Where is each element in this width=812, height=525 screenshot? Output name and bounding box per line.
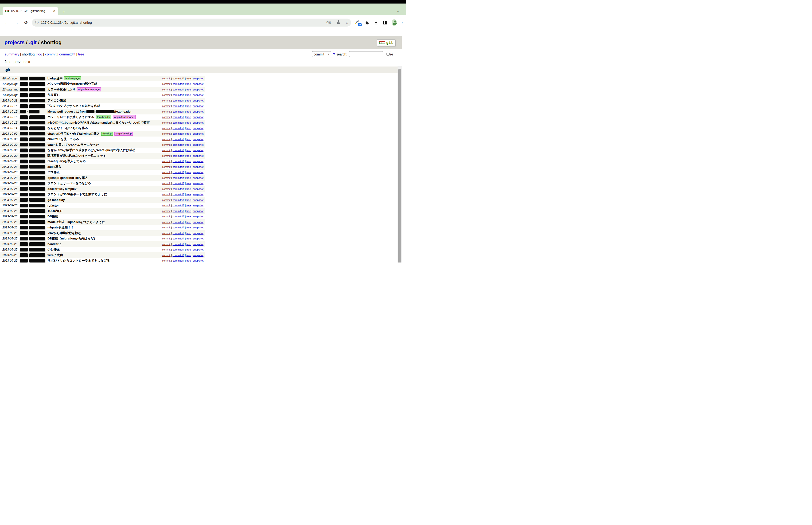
row-link-commitdiff[interactable]: commitdiff (172, 237, 184, 240)
row-link-commit[interactable]: commit (162, 243, 170, 245)
row-link-commitdiff[interactable]: commitdiff (172, 93, 184, 96)
commit-message[interactable]: 下の方のタブとサムネイル以外を作成 (47, 104, 162, 108)
commit-message[interactable]: axios導入 (47, 165, 162, 169)
row-link-commitdiff[interactable]: commitdiff (172, 116, 184, 118)
branch-head-tag[interactable]: develop (101, 132, 113, 136)
row-link-tree[interactable]: tree (186, 237, 191, 240)
row-link-snapshot[interactable]: snapshot (193, 232, 203, 235)
row-link-tree[interactable]: tree (186, 243, 191, 245)
git-logo-button[interactable]: git (377, 40, 395, 46)
row-link-snapshot[interactable]: snapshot (193, 248, 203, 251)
regex-checkbox[interactable] (386, 52, 389, 56)
commit-message[interactable]: models生成、sqlboilerをつかえるように (47, 220, 162, 224)
row-link-commit[interactable]: commit (162, 259, 170, 262)
browser-menu-icon[interactable]: ⋮ (400, 20, 404, 25)
commit-message[interactable]: 作り直し (47, 93, 162, 97)
row-link-commitdiff[interactable]: commitdiff (172, 138, 184, 140)
row-link-tree[interactable]: tree (186, 149, 191, 152)
row-link-snapshot[interactable]: snapshot (193, 165, 203, 168)
row-link-tree[interactable]: tree (186, 232, 191, 235)
row-link-tree[interactable]: tree (186, 210, 191, 212)
commit-message[interactable]: migrateを追加！！ (47, 225, 162, 229)
commit-message[interactable]: 環境変数が読み込めないけど一旦コミット (47, 154, 162, 158)
row-link-tree[interactable]: tree (186, 259, 191, 262)
breadcrumb-link-projects[interactable]: projects (4, 40, 25, 45)
row-link-commit[interactable]: commit (162, 215, 170, 218)
downloads-icon[interactable] (373, 20, 379, 25)
nav-link-commitdiff[interactable]: commitdiff (59, 52, 75, 56)
commit-message[interactable]: ホットリロードが効くようにするfeat-headerorigin/feat-he… (47, 115, 162, 119)
search-input[interactable] (349, 51, 383, 57)
commit-message[interactable]: なんとなくっぽいものを作る (47, 126, 162, 130)
row-link-snapshot[interactable]: snapshot (193, 88, 203, 91)
row-link-commitdiff[interactable]: commitdiff (172, 243, 184, 245)
row-link-commitdiff[interactable]: commitdiff (172, 165, 184, 168)
row-link-commitdiff[interactable]: commitdiff (172, 160, 184, 163)
commit-message[interactable]: openapi-generator-cliを導入 (47, 176, 162, 180)
row-link-commit[interactable]: commit (162, 198, 170, 201)
bookmark-star-icon[interactable]: ☆ (346, 20, 349, 25)
row-link-tree[interactable]: tree (186, 99, 191, 102)
side-panel-icon[interactable] (383, 20, 388, 25)
row-link-commit[interactable]: commit (162, 105, 170, 107)
row-link-snapshot[interactable]: snapshot (193, 171, 203, 174)
row-link-tree[interactable]: tree (186, 121, 191, 124)
row-link-tree[interactable]: tree (186, 88, 191, 91)
url-text[interactable]: 127.0.0.1:1234/?p=.git;a=shortlog (41, 21, 321, 25)
row-link-commitdiff[interactable]: commitdiff (172, 221, 184, 224)
commit-message[interactable]: DB接続（migrationから先はまだ） (47, 236, 162, 241)
commit-message[interactable]: なぜか.envが勝手に作成されるけどreact-queryの導入には成功 (47, 148, 162, 152)
page-scrollbar[interactable] (398, 66, 402, 262)
breadcrumb-link-git[interactable]: .git (29, 40, 37, 45)
row-link-commitdiff[interactable]: commitdiff (172, 210, 184, 212)
row-link-commit[interactable]: commit (162, 82, 170, 85)
row-link-commitdiff[interactable]: commitdiff (172, 215, 184, 218)
row-link-commit[interactable]: commit (162, 171, 170, 174)
row-link-tree[interactable]: tree (186, 254, 191, 257)
row-link-snapshot[interactable]: snapshot (193, 138, 203, 140)
row-link-tree[interactable]: tree (186, 215, 191, 218)
branch-head-tag[interactable]: feat-mypage (64, 76, 81, 80)
row-link-tree[interactable]: tree (186, 248, 191, 251)
paging-first[interactable]: first (5, 60, 10, 64)
row-link-commit[interactable]: commit (162, 121, 170, 124)
site-info-icon[interactable]: ⓘ (35, 20, 39, 25)
row-link-commit[interactable]: commit (162, 193, 170, 196)
row-link-commit[interactable]: commit (162, 110, 170, 113)
row-link-commitdiff[interactable]: commitdiff (172, 149, 184, 152)
row-link-commit[interactable]: commit (162, 188, 170, 190)
row-link-snapshot[interactable]: snapshot (193, 77, 203, 80)
row-link-commitdiff[interactable]: commitdiff (172, 198, 184, 201)
row-link-commit[interactable]: commit (162, 221, 170, 224)
remote-branch-tag[interactable]: origin/develop (114, 132, 133, 136)
row-link-commitdiff[interactable]: commitdiff (172, 248, 184, 251)
row-link-commit[interactable]: commit (162, 154, 170, 157)
row-link-commit[interactable]: commit (162, 204, 170, 207)
row-link-commit[interactable]: commit (162, 127, 170, 130)
row-link-snapshot[interactable]: snapshot (193, 204, 203, 207)
row-link-tree[interactable]: tree (186, 138, 191, 140)
commit-message[interactable]: aタグの中にbuttonタグがあるのはsemantic的に良くないらしいので変更 (47, 121, 162, 125)
row-link-snapshot[interactable]: snapshot (193, 210, 203, 212)
commit-message[interactable]: アイコン追加 (47, 99, 162, 103)
commit-message[interactable]: DB接続 (47, 214, 162, 219)
row-link-commit[interactable]: commit (162, 116, 170, 118)
nav-link-tree[interactable]: tree (78, 52, 85, 56)
search-help-link[interactable]: ? (333, 52, 335, 56)
row-link-snapshot[interactable]: snapshot (193, 188, 203, 190)
row-link-snapshot[interactable]: snapshot (193, 226, 203, 229)
address-bar[interactable]: ⓘ 127.0.0.1:1234/?p=.git;a=shortlog G文 ☆ (32, 18, 351, 27)
row-link-commitdiff[interactable]: commitdiff (172, 132, 184, 135)
commit-message[interactable]: フロントとサーバーをつなげる (47, 181, 162, 185)
row-link-tree[interactable]: tree (186, 165, 191, 168)
commit-message[interactable]: go mod tidy (47, 198, 162, 201)
repo-title-bar[interactable]: .git (0, 66, 402, 73)
row-link-snapshot[interactable]: snapshot (193, 182, 203, 185)
row-link-snapshot[interactable]: snapshot (193, 127, 203, 130)
nav-link-log[interactable]: log (37, 52, 42, 56)
row-link-tree[interactable]: tree (186, 77, 191, 80)
row-link-commitdiff[interactable]: commitdiff (172, 182, 184, 185)
commit-message[interactable]: カラーを変更したりorigin/feat-mypage (47, 87, 162, 92)
back-button[interactable]: ← (4, 20, 10, 25)
branch-head-tag[interactable]: feat-header (96, 115, 111, 119)
